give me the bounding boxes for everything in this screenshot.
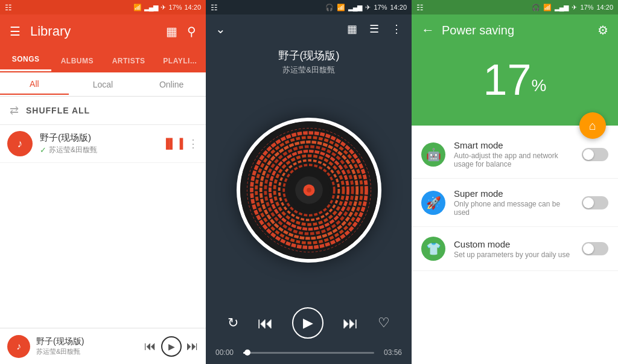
np-avatar: ♪	[7, 335, 30, 358]
super-mode-toggle[interactable]	[582, 196, 608, 209]
p-airplane-icon: ✈	[365, 4, 371, 11]
pw-clock: 14:20	[596, 4, 613, 11]
pw-airplane-icon: ✈	[572, 4, 577, 11]
tab-albums[interactable]: ALBUMS	[51, 51, 103, 71]
vinyl-disc	[237, 118, 381, 263]
song-info: 野子(现场版) ✓ 苏运莹&田馥甄	[40, 132, 155, 155]
vibrate-icon: 📶	[133, 4, 142, 11]
play-button[interactable]: ▶	[292, 307, 323, 339]
collapse-icon[interactable]: ⌄	[215, 22, 226, 36]
pw-headphone-icon: 🎧	[532, 4, 540, 11]
search-icon[interactable]: ⚲	[187, 24, 196, 39]
player-song-info: 野子(现场版) 苏运莹&田馥甄	[206, 43, 412, 80]
total-time: 03:56	[380, 348, 402, 357]
shuffle-row[interactable]: ⇄ SHUFFLE ALL	[0, 97, 206, 125]
panel-power: ☷ 🎧 📶 ▂▄▆ ✈ 17% 14:20 ← Power saving ⚙ 1…	[412, 0, 618, 364]
next-icon[interactable]: ⏭	[343, 314, 358, 333]
song-artist: ✓ 苏运莹&田馥甄	[40, 145, 155, 155]
tab-songs[interactable]: SONGS	[0, 49, 51, 71]
power-fab-icon: ⌂	[589, 119, 596, 133]
player-status-bar: ☷ 🎧 📶 ▂▄▆ ✈ 17% 14:20	[206, 0, 412, 14]
custom-mode-icon-circle: 👕	[421, 237, 445, 261]
tshirt-icon: 👕	[426, 241, 441, 256]
custom-mode-text: Custom mode Set up parameters by your da…	[454, 239, 573, 259]
smart-mode-toggle[interactable]	[582, 148, 608, 161]
battery-display: 17% ⌂	[412, 46, 618, 126]
player-status-right: 🎧 📶 ▂▄▆ ✈ 17% 14:20	[325, 4, 407, 11]
equalizer-icon: ▐▌▐	[162, 138, 183, 149]
status-bar-right: 📶 ▂▄▆ ✈ 17% 14:20	[133, 4, 201, 11]
progress-thumb	[244, 350, 250, 356]
smart-mode-toggle-knob	[583, 149, 594, 160]
p-clock: 14:20	[390, 4, 407, 11]
p-vibrate-icon: 📶	[337, 4, 345, 11]
np-next-icon[interactable]: ⏭	[186, 339, 199, 353]
super-mode-item: 🚀 Super mode Only phone and message can …	[412, 179, 618, 227]
status-bar-left-icons: ☷	[5, 3, 12, 12]
more-icon[interactable]: ⋮	[188, 137, 199, 150]
song-title: 野子(现场版)	[40, 132, 155, 144]
song-actions: ▐▌▐ ⋮	[162, 137, 199, 150]
player-header: ⌄ ▦ ☰ ⋮	[206, 14, 412, 43]
custom-mode-desc: Set up parameters by your daily use	[454, 251, 573, 259]
player-song-title: 野子(现场版)	[206, 48, 412, 63]
p-headphone-icon: 🎧	[325, 4, 334, 11]
battery-symbol: %	[532, 76, 547, 95]
power-status-right: 🎧 📶 ▂▄▆ ✈ 17% 14:20	[532, 4, 613, 11]
app-title: Library	[30, 24, 71, 39]
custom-mode-title: Custom mode	[454, 239, 573, 249]
custom-mode-toggle[interactable]	[582, 242, 608, 255]
smart-mode-desc: Auto-adjust the app and network usage fo…	[454, 152, 573, 168]
current-time: 00:00	[215, 348, 237, 357]
panel-library: ☷ 📶 ▂▄▆ ✈ 17% 14:20 ☰ Library ▦ ⚲ SONGS …	[0, 0, 206, 364]
grid-icon[interactable]: ▦	[166, 24, 177, 39]
tabs-bar: SONGS ALBUMS ARTISTS PLAYLI...	[0, 48, 206, 72]
song-list: ♪ 野子(现场版) ✓ 苏运莹&田馥甄 ▐▌▐ ⋮	[0, 125, 206, 328]
song-avatar: ♪	[7, 131, 33, 156]
grid-view-icon[interactable]: ▦	[347, 22, 357, 36]
power-header: ← Power saving ⚙	[412, 14, 618, 46]
smart-mode-text: Smart mode Auto-adjust the app and netwo…	[454, 140, 573, 168]
player-status-left: ☷	[211, 3, 218, 12]
now-playing-bar: ♪ 野子(现场版) 苏运莹&田馥甄 ⏮ ▶ ⏭	[0, 328, 206, 364]
prev-icon[interactable]: ⏮	[258, 314, 273, 333]
tab-artists[interactable]: ARTISTS	[103, 51, 154, 71]
repeat-icon[interactable]: ↻	[228, 315, 238, 331]
hamburger-icon[interactable]: ☰	[10, 24, 21, 39]
np-title: 野子(现场版)	[36, 336, 138, 347]
p-signal-icon: ▂▄▆	[348, 4, 363, 11]
tab-playlists[interactable]: PLAYLI...	[154, 51, 206, 71]
more-options-icon[interactable]: ⋮	[391, 22, 402, 36]
np-music-icon: ♪	[16, 341, 21, 352]
super-mode-icon-circle: 🚀	[421, 191, 445, 215]
power-fab-button[interactable]: ⌂	[579, 112, 606, 139]
status-bar-library: ☷ 📶 ▂▄▆ ✈ 17% 14:20	[0, 0, 206, 14]
progress-track[interactable]	[243, 352, 374, 354]
filter-local[interactable]: Local	[69, 75, 138, 94]
playlist-icon[interactable]: ☰	[369, 22, 379, 36]
player-header-icons: ▦ ☰ ⋮	[347, 22, 402, 36]
header-left: ☰ Library	[10, 24, 71, 39]
filter-all[interactable]: All	[0, 74, 69, 95]
filter-online[interactable]: Online	[137, 75, 206, 94]
smart-mode-title: Smart mode	[454, 140, 573, 150]
heart-icon[interactable]: ♡	[378, 315, 390, 331]
super-mode-desc: Only phone and message can be used	[454, 200, 573, 217]
svg-point-13	[307, 188, 311, 193]
clock: 14:20	[184, 4, 201, 11]
signal-icon: ▂▄▆	[144, 4, 159, 11]
super-mode-text: Super mode Only phone and message can be…	[454, 188, 573, 217]
settings-icon[interactable]: ⚙	[597, 23, 608, 37]
rocket-icon: 🚀	[426, 196, 441, 210]
np-play-button[interactable]: ▶	[161, 336, 182, 357]
shuffle-label: SHUFFLE ALL	[26, 106, 90, 115]
battery-number: 17	[483, 56, 532, 104]
back-icon[interactable]: ←	[421, 22, 435, 38]
np-controls: ⏮ ▶ ⏭	[144, 336, 199, 357]
np-prev-icon[interactable]: ⏮	[144, 339, 156, 353]
player-controls: ↻ ⏮ ▶ ⏭ ♡	[206, 300, 412, 346]
check-icon: ✓	[40, 145, 46, 155]
panel-player: ☷ 🎧 📶 ▂▄▆ ✈ 17% 14:20 ⌄ ▦ ☰ ⋮ 野子(现场版) 苏运…	[206, 0, 412, 364]
song-item[interactable]: ♪ 野子(现场版) ✓ 苏运莹&田馥甄 ▐▌▐ ⋮	[0, 125, 206, 163]
power-header-left: ← Power saving	[421, 22, 514, 38]
